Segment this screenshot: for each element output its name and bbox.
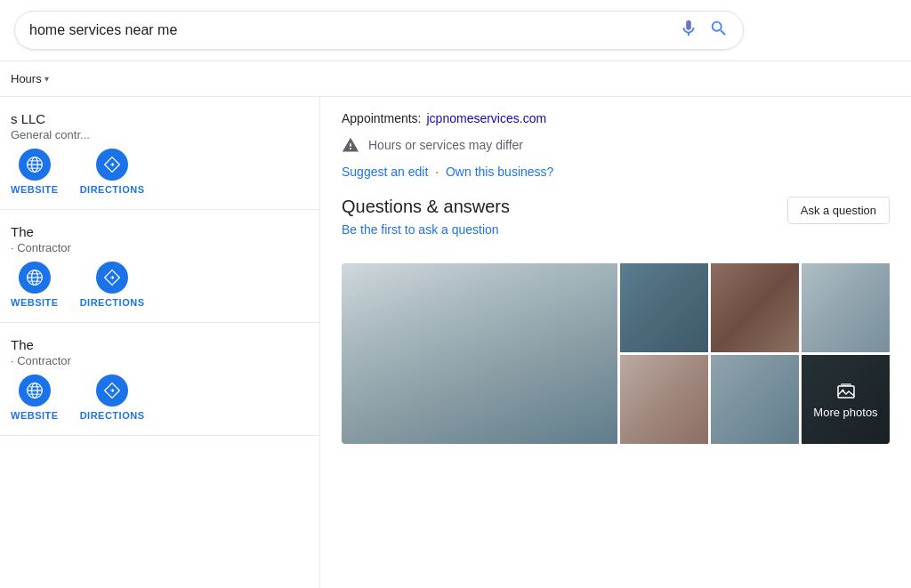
directions-icon-3 [103, 382, 121, 399]
left-panel: s LLC General contr... WEBSITE [0, 97, 320, 588]
search-icon [709, 19, 729, 38]
website-btn-2[interactable]: WEBSITE [11, 262, 59, 308]
suggest-row: Suggest an edit · Own this business? [342, 165, 890, 179]
business-name-2: The [11, 224, 309, 239]
own-business-link[interactable]: Own this business? [446, 165, 553, 179]
photo-grid: More photos [342, 263, 890, 444]
website-label-2: WEBSITE [11, 297, 59, 308]
website-btn-1[interactable]: WEBSITE [11, 149, 59, 195]
business-type-1: General contr... [11, 128, 309, 141]
globe-icon-circle-3 [19, 375, 51, 407]
mic-icon [679, 19, 698, 38]
hours-filter-label: Hours [11, 72, 42, 85]
directions-btn-1[interactable]: DIRECTIONS [80, 149, 145, 195]
appointments-label: Appointments: [342, 111, 422, 125]
photo-thumb-floor[interactable] [620, 355, 708, 444]
qa-title: Questions & answers [342, 197, 510, 217]
directions-label-2: DIRECTIONS [80, 297, 145, 308]
business-type-3: · Contractor [11, 354, 309, 367]
business-name-1: s LLC [11, 111, 309, 126]
directions-label-3: DIRECTIONS [80, 410, 145, 421]
directions-icon-circle-3 [96, 375, 128, 407]
business-type-2: · Contractor [11, 241, 309, 254]
globe-icon-1 [26, 156, 44, 173]
more-photos-overlay[interactable]: More photos [802, 355, 890, 444]
ask-question-button[interactable]: Ask a question [787, 197, 890, 224]
qa-header-row: Questions & answers Be the first to ask … [342, 197, 890, 251]
main-content: s LLC General contr... WEBSITE [0, 97, 911, 588]
directions-icon-1 [103, 156, 121, 173]
hours-warning-row: Hours or services may differ [342, 136, 890, 154]
directions-label-1: DIRECTIONS [80, 184, 145, 195]
svg-rect-19 [841, 383, 851, 386]
globe-icon-circle-1 [19, 149, 51, 181]
search-input[interactable]: home services near me [29, 22, 679, 38]
business-actions-2: WEBSITE DIRECTIONS [11, 262, 309, 308]
photo-thumb-room[interactable] [711, 355, 799, 444]
directions-icon-circle-1 [96, 149, 128, 181]
suggest-edit-link[interactable]: Suggest an edit [342, 165, 428, 179]
photo-thumb-tile[interactable] [620, 263, 708, 352]
business-name-3: The [11, 337, 309, 352]
qa-section: Questions & answers Be the first to ask … [342, 197, 890, 444]
directions-btn-3[interactable]: DIRECTIONS [80, 375, 145, 421]
search-button[interactable] [709, 19, 729, 42]
appointments-row: Appointments: jcpnomeservices.com [342, 111, 890, 125]
hours-filter[interactable]: Hours ▾ [0, 68, 60, 89]
mic-button[interactable] [679, 19, 698, 42]
right-panel: Appointments: jcpnomeservices.com Hours … [320, 97, 911, 588]
globe-icon-circle-2 [19, 262, 51, 294]
business-card-3[interactable]: The · Contractor WEBSITE [0, 323, 319, 436]
globe-icon-3 [26, 382, 44, 399]
qa-header-text: Questions & answers Be the first to ask … [342, 197, 510, 251]
photo-thumb-more[interactable]: More photos [802, 355, 890, 444]
photo-thumb-construction[interactable] [802, 263, 890, 352]
globe-icon-2 [26, 269, 44, 286]
filter-bar: Hours ▾ [0, 61, 911, 97]
business-card-1[interactable]: s LLC General contr... WEBSITE [0, 97, 319, 210]
search-bar-container: home services near me [0, 0, 911, 61]
appointments-link[interactable]: jcpnomeservices.com [427, 111, 547, 125]
website-label-3: WEBSITE [11, 410, 59, 421]
business-actions-3: WEBSITE DIRECTIONS [11, 375, 309, 421]
website-label-1: WEBSITE [11, 184, 59, 195]
hours-filter-caret: ▾ [44, 74, 49, 84]
photo-main[interactable] [342, 263, 617, 444]
photos-icon [835, 381, 857, 402]
directions-btn-2[interactable]: DIRECTIONS [80, 262, 145, 308]
dot-separator: · [435, 165, 439, 179]
business-card-2[interactable]: The · Contractor WEBSITE [0, 210, 319, 323]
hours-warning-text: Hours or services may differ [368, 138, 523, 152]
website-btn-3[interactable]: WEBSITE [11, 375, 59, 421]
directions-icon-2 [103, 269, 121, 286]
warning-triangle-icon [342, 136, 359, 154]
qa-first-text[interactable]: Be the first to ask a question [342, 222, 510, 237]
more-photos-label[interactable]: More photos [813, 406, 877, 419]
business-actions-1: WEBSITE DIRECTIONS [11, 149, 309, 195]
directions-icon-circle-2 [96, 262, 128, 294]
photo-thumb-kitchen[interactable] [711, 263, 799, 352]
search-bar: home services near me [14, 11, 744, 50]
